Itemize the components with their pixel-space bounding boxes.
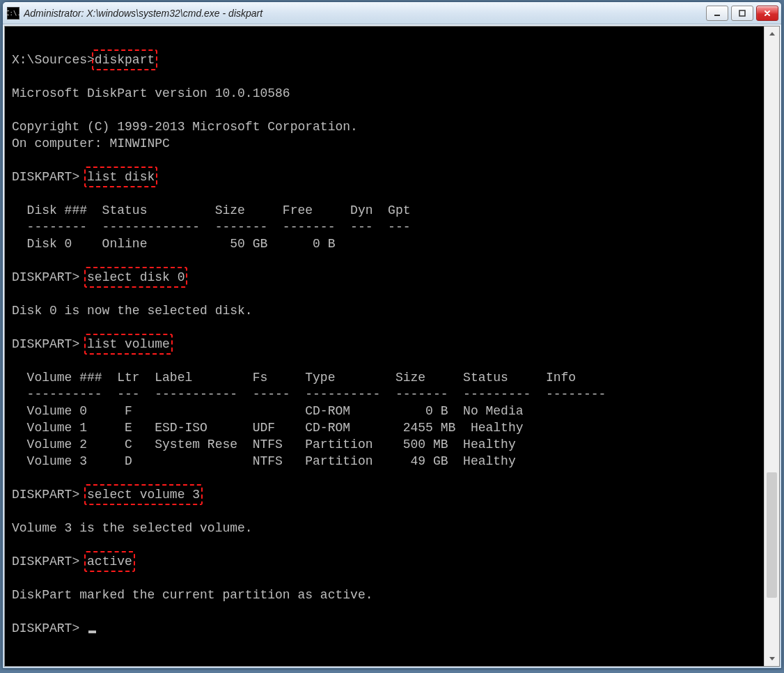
disk-table-header: Disk ### Status Size Free Dyn Gpt xyxy=(12,202,757,219)
volume-table-row: Volume 0 F CD-ROM 0 B No Media xyxy=(12,403,757,419)
vertical-scrollbar[interactable] xyxy=(764,26,779,666)
highlight-cmd-select-disk: select disk 0 xyxy=(87,269,185,286)
client-area: X:\Sources>diskpart Microsoft DiskPart v… xyxy=(4,26,780,667)
scroll-up-arrow-icon[interactable] xyxy=(765,26,780,42)
titlebar[interactable]: C:\. Administrator: X:\windows\system32\… xyxy=(3,2,781,24)
highlight-cmd-list-disk: list disk xyxy=(87,169,155,185)
disk-selected-msg: Disk 0 is now the selected disk. xyxy=(12,302,757,319)
maximize-button[interactable] xyxy=(731,6,753,21)
cmd-window: C:\. Administrator: X:\windows\system32\… xyxy=(2,1,782,669)
disk-table-divider: -------- ------------- ------- ------- -… xyxy=(12,219,757,235)
active-msg: DiskPart marked the current partition as… xyxy=(12,587,757,603)
prompt-text: X:\Sources> xyxy=(12,53,95,67)
diskpart-prompt: DISKPART> xyxy=(12,337,87,351)
diskpart-prompt: DISKPART> xyxy=(12,488,87,502)
window-controls xyxy=(706,6,778,21)
scroll-down-arrow-icon[interactable] xyxy=(765,651,780,666)
window-title: Administrator: X:\windows\system32\cmd.e… xyxy=(24,8,706,19)
minimize-button[interactable] xyxy=(706,6,728,21)
diskpart-prompt: DISKPART> xyxy=(12,270,87,284)
diskpart-prompt: DISKPART> xyxy=(12,621,87,635)
highlight-cmd-list-volume: list volume xyxy=(87,336,170,353)
volume-table-row: Volume 3 D NTFS Partition 49 GB Healthy xyxy=(12,453,757,470)
volume-table-row: Volume 2 C System Rese NTFS Partition 50… xyxy=(12,436,757,453)
svg-rect-1 xyxy=(739,10,745,16)
computer-line: On computer: MINWINPC xyxy=(12,135,757,152)
highlight-cmd-select-volume: select volume 3 xyxy=(87,486,200,503)
close-button[interactable] xyxy=(756,6,778,21)
disk-table-row: Disk 0 Online 50 GB 0 B xyxy=(12,235,757,252)
diskpart-prompt: DISKPART> xyxy=(12,170,87,184)
svg-rect-0 xyxy=(714,15,720,16)
cmd-icon: C:\. xyxy=(7,7,19,20)
volume-table-row: Volume 1 E ESD-ISO UDF CD-ROM 2455 MB He… xyxy=(12,419,757,436)
diskpart-prompt: DISKPART> xyxy=(12,555,87,568)
volume-selected-msg: Volume 3 is the selected volume. xyxy=(12,520,757,536)
volume-table-header: Volume ### Ltr Label Fs Type Size Status… xyxy=(12,369,757,386)
cursor xyxy=(88,631,96,633)
scroll-thumb[interactable] xyxy=(767,472,777,598)
highlight-cmd-active: active xyxy=(87,553,132,570)
highlight-cmd-diskpart: diskpart xyxy=(95,52,155,68)
copyright-line: Copyright (C) 1999-2013 Microsoft Corpor… xyxy=(12,118,757,135)
volume-table-divider: ---------- --- ----------- ----- -------… xyxy=(12,386,757,403)
version-line: Microsoft DiskPart version 10.0.10586 xyxy=(12,85,757,102)
terminal-output[interactable]: X:\Sources>diskpart Microsoft DiskPart v… xyxy=(5,26,764,666)
